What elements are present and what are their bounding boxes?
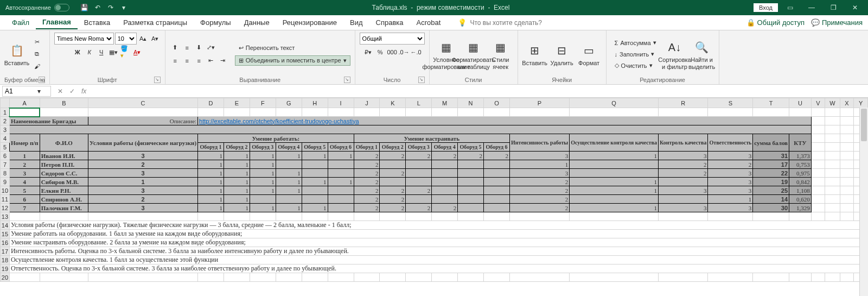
cell[interactable] — [840, 273, 854, 282]
cell[interactable] — [708, 212, 753, 221]
col-header[interactable]: W — [825, 98, 840, 108]
cell[interactable] — [9, 212, 40, 221]
tab-file[interactable]: Файл — [5, 16, 36, 29]
select-all-corner[interactable] — [1, 98, 10, 108]
col-header[interactable]: D — [198, 98, 224, 108]
cell[interactable] — [509, 108, 569, 117]
col-header[interactable]: K — [380, 98, 406, 108]
col-header[interactable]: G — [276, 98, 302, 108]
cell[interactable] — [753, 108, 789, 117]
grow-font-icon[interactable]: A▴ — [138, 33, 149, 44]
cell[interactable] — [302, 108, 328, 117]
col-header[interactable]: V — [811, 98, 825, 108]
cell[interactable] — [509, 212, 569, 221]
row-header[interactable]: 6 — [1, 152, 10, 160]
cell[interactable] — [840, 108, 854, 117]
cell[interactable] — [658, 212, 708, 221]
confirm-entry-icon[interactable]: ✓ — [67, 87, 77, 95]
comma-icon[interactable]: 000 — [387, 47, 398, 58]
name-box-input[interactable] — [5, 87, 37, 95]
cell[interactable] — [328, 108, 354, 117]
autosave-toggle[interactable]: Автосохранение — [5, 4, 69, 11]
cell[interactable] — [224, 273, 250, 282]
align-bottom-icon[interactable]: ⬇ — [194, 42, 205, 53]
tab-view[interactable]: Вид — [343, 16, 369, 29]
cell[interactable] — [458, 273, 484, 282]
col-header[interactable]: B — [40, 98, 88, 108]
col-header[interactable]: Q — [570, 98, 659, 108]
orientation-icon[interactable]: ⤢▾ — [206, 42, 216, 53]
cell[interactable] — [328, 212, 354, 221]
align-right-icon[interactable]: ≡ — [194, 55, 205, 66]
cell[interactable] — [276, 212, 302, 221]
align-center-icon[interactable]: ≡ — [182, 55, 193, 66]
cell[interactable] — [250, 273, 276, 282]
sort-filter-button[interactable]: A↓Сортировка и фильтр — [662, 35, 687, 73]
cell[interactable] — [354, 108, 380, 117]
save-icon[interactable]: 💾 — [80, 3, 89, 12]
minimize-icon[interactable]: — — [802, 0, 821, 15]
indent-dec-icon[interactable]: ⇤ — [206, 55, 216, 66]
formula-input[interactable] — [93, 86, 868, 97]
row-header[interactable]: 9 — [1, 178, 10, 186]
cell[interactable] — [432, 273, 458, 282]
tab-insert[interactable]: Вставка — [78, 16, 117, 29]
cell[interactable] — [9, 108, 40, 117]
cell[interactable] — [380, 108, 406, 117]
cut-icon[interactable]: ✂ — [31, 37, 42, 48]
cell[interactable] — [570, 108, 659, 117]
currency-icon[interactable]: ₽▾ — [363, 47, 374, 58]
font-color-icon[interactable]: A▾ — [132, 47, 143, 58]
cell[interactable] — [406, 108, 432, 117]
cell-styles-button[interactable]: ▦Стили ячеек — [488, 35, 513, 73]
cell[interactable] — [9, 273, 40, 282]
tab-help[interactable]: Справка — [369, 16, 410, 29]
align-left-icon[interactable]: ≡ — [170, 55, 181, 66]
autosum-button[interactable]: Σ Автосумма ▾ — [611, 37, 660, 48]
delete-cells-button[interactable]: ⊟Удалить — [550, 35, 575, 73]
wrap-text-button[interactable]: ↩ Переносить текст — [235, 43, 350, 53]
cell[interactable] — [40, 108, 88, 117]
number-launcher[interactable]: ↘ — [418, 77, 425, 83]
fill-button[interactable]: ↓ Заполнить ▾ — [611, 49, 660, 59]
tab-acrobat[interactable]: Acrobat — [410, 16, 448, 29]
share-button[interactable]: 🔒 Общий доступ — [746, 18, 805, 27]
col-header[interactable]: P — [509, 98, 569, 108]
cell[interactable] — [458, 212, 484, 221]
cell[interactable] — [570, 212, 659, 221]
cell[interactable] — [570, 273, 659, 282]
format-painter-icon[interactable]: 🖌 — [31, 61, 42, 72]
col-header[interactable]: N — [458, 98, 484, 108]
clipboard-launcher[interactable]: ↘ — [39, 77, 45, 83]
cell[interactable] — [40, 212, 88, 221]
cell[interactable] — [224, 212, 250, 221]
cell[interactable] — [484, 108, 510, 117]
dec-decimal-icon[interactable]: ←.0 — [411, 47, 422, 58]
row-header[interactable]: 13 — [1, 212, 10, 221]
vertical-scrollbar[interactable] — [859, 108, 868, 296]
cell[interactable] — [484, 212, 510, 221]
inc-decimal-icon[interactable]: .0→ — [399, 47, 410, 58]
cell[interactable] — [789, 273, 812, 282]
cell[interactable] — [88, 108, 198, 117]
find-select-button[interactable]: 🔍Найти и выделить — [690, 35, 714, 73]
signin-button[interactable]: Вход — [754, 3, 778, 12]
cell[interactable] — [354, 273, 380, 282]
col-header[interactable]: M — [432, 98, 458, 108]
align-middle-icon[interactable]: ≡ — [182, 42, 193, 53]
col-header[interactable]: S — [708, 98, 753, 108]
cell[interactable] — [250, 108, 276, 117]
cell[interactable] — [198, 273, 224, 282]
ribbon-display-icon[interactable]: ▭ — [780, 0, 800, 15]
cell[interactable] — [811, 108, 825, 117]
row-header[interactable]: 3 — [1, 125, 10, 134]
qat-dropdown-icon[interactable]: ▾ — [119, 3, 128, 12]
col-header[interactable]: F — [250, 98, 276, 108]
cell[interactable] — [380, 212, 406, 221]
row-header[interactable]: 17 — [1, 247, 10, 256]
cell[interactable] — [658, 273, 708, 282]
col-header[interactable]: H — [302, 98, 328, 108]
font-launcher[interactable]: ↘ — [154, 77, 161, 83]
cell[interactable] — [40, 273, 88, 282]
col-header[interactable]: A — [9, 98, 40, 108]
